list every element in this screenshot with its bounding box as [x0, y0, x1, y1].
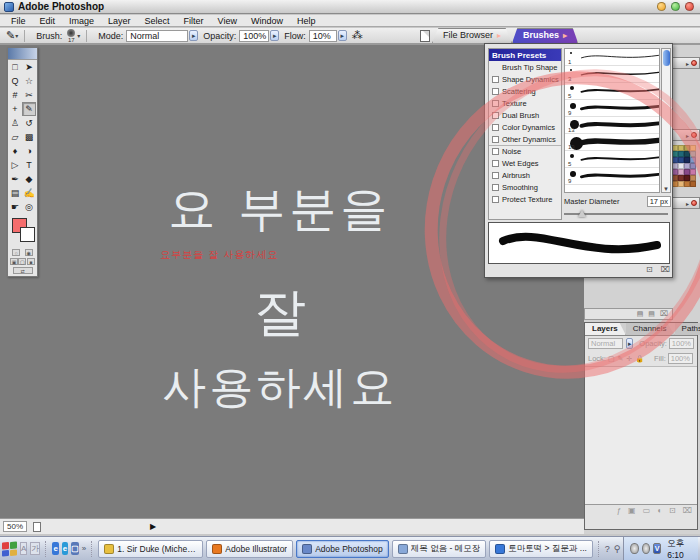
taskbar-task-button[interactable]: 1. Sir Duke (Michelle*... [98, 540, 203, 558]
lock-pixels-icon[interactable]: ✎ [618, 355, 624, 363]
docked-palette-header[interactable]: ▸ [672, 57, 700, 69]
tool-dropdown-arrow-icon[interactable]: ▾ [15, 32, 18, 39]
new-item-icon[interactable]: ▤ [648, 310, 655, 318]
brush-presets-header[interactable]: Brush Presets [489, 49, 561, 61]
checkbox[interactable] [492, 136, 499, 143]
toggle-palettes-icon[interactable] [420, 30, 430, 42]
tool-button[interactable]: ↺ [22, 116, 36, 130]
palette-well-tab[interactable]: File Browser▸ [432, 28, 512, 43]
opacity-stepper[interactable]: ▸ [270, 30, 279, 41]
brush-preset-row[interactable]: 1 [565, 49, 659, 66]
delete-icon[interactable]: ⌧ [660, 310, 668, 318]
palette-close-icon[interactable] [691, 132, 697, 138]
flow-input[interactable]: 10% [309, 30, 337, 42]
airbrush-toggle-icon[interactable]: ⁂ [352, 29, 363, 42]
tool-button[interactable]: ▩ [22, 130, 36, 144]
tool-button[interactable]: # [8, 88, 22, 102]
tool-button[interactable]: ▤ [8, 186, 22, 200]
tool-button[interactable]: T [22, 158, 36, 172]
layers-list[interactable] [585, 366, 697, 504]
tool-button[interactable]: ♦ [8, 144, 22, 158]
brush-preset-row[interactable]: 3 [565, 66, 659, 83]
checkbox[interactable] [492, 88, 499, 95]
maximize-button[interactable] [671, 2, 680, 11]
tool-button[interactable]: ▷ [8, 158, 22, 172]
layer-opacity-input[interactable]: 100% [669, 338, 694, 349]
quicklaunch-ie-icon[interactable]: e [52, 542, 58, 555]
tray-clock-icon[interactable] [642, 543, 650, 554]
adjustment-layer-icon[interactable]: ◐ [657, 506, 662, 515]
quicklaunch-desktop-icon[interactable]: ▢ [71, 542, 79, 555]
menu-item[interactable]: Layer [101, 16, 138, 26]
tool-button[interactable]: ✒ [8, 172, 22, 186]
layer-style-icon[interactable]: ƒ [617, 506, 621, 515]
layer-set-icon[interactable]: ▭ [643, 506, 651, 515]
tool-button[interactable]: ♙ [8, 116, 22, 130]
layers-palette-tab[interactable]: Channels [626, 323, 675, 335]
blend-mode-stepper[interactable]: ▸ [626, 338, 633, 349]
menu-item[interactable]: File [4, 16, 33, 26]
palette-well-tab[interactable]: Brushes▸ [512, 28, 578, 43]
screen-mode-full-menubar-button[interactable]: ▢ [18, 258, 26, 265]
docked-palette-header[interactable]: ▸ [672, 197, 700, 209]
taskbar-task-button[interactable]: Adobe Illustrator [206, 540, 293, 558]
menu-item[interactable]: Select [138, 16, 177, 26]
lock-transparency-icon[interactable]: ▢ [608, 355, 615, 363]
layers-palette-tab[interactable]: Layers [585, 323, 626, 335]
palette-close-icon[interactable] [691, 60, 697, 66]
checkbox[interactable] [492, 148, 499, 155]
brush-option-item[interactable]: Smoothing [489, 181, 561, 193]
brush-preset-row[interactable]: 9 [565, 100, 659, 117]
checkbox[interactable] [492, 184, 499, 191]
brush-preset-row[interactable]: 19 [565, 134, 659, 151]
color-swatch[interactable] [690, 181, 696, 187]
brush-option-item[interactable]: Airbrush [489, 169, 561, 181]
delete-layer-icon[interactable]: ⌧ [683, 506, 692, 515]
brush-preset-row[interactable]: 5 [565, 151, 659, 168]
tool-button[interactable]: ◆ [22, 172, 36, 186]
ime-language-icon[interactable]: A [20, 542, 27, 555]
status-menu-arrow-icon[interactable]: ▶ [150, 522, 156, 531]
quicklaunch-overflow-icon[interactable]: » [82, 544, 86, 553]
palette-menu-arrow-icon[interactable]: ▸ [686, 132, 689, 139]
menu-item[interactable]: Help [290, 16, 323, 26]
palette-menu-arrow-icon[interactable]: ▸ [497, 31, 501, 40]
close-button[interactable] [685, 2, 694, 11]
ime-mode-icon[interactable]: 가 [30, 542, 40, 555]
taskbar-task-button[interactable]: 제목 없음 - 메모장 [392, 540, 486, 558]
quickmask-mode-button[interactable]: ◉ [25, 249, 33, 256]
master-diameter-slider[interactable] [564, 210, 668, 218]
brush-option-item[interactable]: Shape Dynamics [489, 73, 561, 85]
standard-mode-button[interactable]: ○ [12, 249, 20, 256]
minimize-button[interactable] [657, 2, 666, 11]
mode-stepper[interactable]: ▸ [189, 30, 198, 41]
checkbox[interactable] [492, 160, 499, 167]
tool-button[interactable]: ▱ [8, 130, 22, 144]
tray-antivirus-icon[interactable]: V [653, 543, 661, 554]
brush-preset-row[interactable]: 5 [565, 83, 659, 100]
tool-button[interactable]: ☛ [8, 200, 22, 214]
brush-preset-picker[interactable]: 17 [67, 29, 75, 43]
brush-option-item[interactable]: Scattering [489, 85, 561, 97]
brush-preset-row[interactable]: 9 [565, 168, 659, 185]
scroll-down-icon[interactable]: ▼ [663, 186, 669, 192]
menu-item[interactable]: Edit [33, 16, 63, 26]
quicklaunch-browser-icon[interactable]: e [62, 542, 68, 555]
brush-option-item[interactable]: Dual Brush [489, 109, 561, 121]
new-layer-icon[interactable]: ⊡ [669, 506, 676, 515]
brush-option-item[interactable]: Wet Edges [489, 157, 561, 169]
new-item-icon[interactable]: ▤ [637, 310, 644, 318]
checkbox[interactable] [492, 100, 499, 107]
lock-position-icon[interactable]: ✛ [626, 355, 632, 363]
tool-button[interactable]: + [8, 102, 22, 116]
layer-mask-icon[interactable]: ▣ [628, 506, 636, 515]
tool-button[interactable]: Q [8, 74, 22, 88]
brush-list-scrollbar[interactable]: ▼ [661, 48, 671, 193]
checkbox[interactable] [492, 112, 499, 119]
blend-mode-select[interactable]: Normal [588, 338, 623, 349]
help-tray-icon[interactable]: ? [605, 544, 610, 554]
tool-button[interactable]: ✍ [22, 186, 36, 200]
menu-item[interactable]: Filter [177, 16, 211, 26]
screen-mode-full-button[interactable]: ■ [27, 258, 35, 265]
palette-menu-arrow-icon[interactable]: ▸ [563, 31, 567, 40]
